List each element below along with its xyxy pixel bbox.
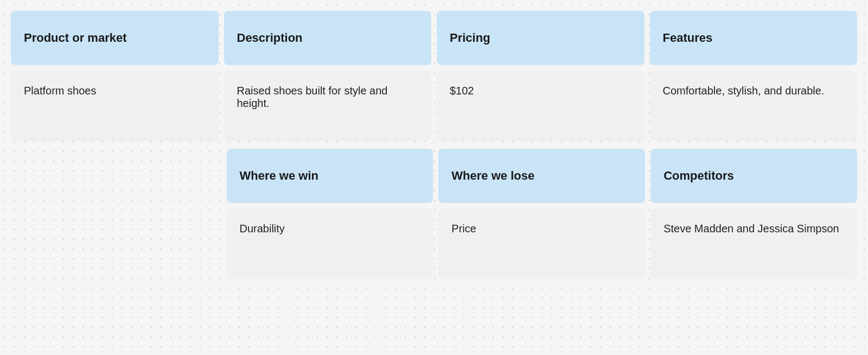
cell-win-text: Durability [240,223,285,235]
cell-lose-text: Price [451,223,476,235]
cell-win: Durability [227,208,433,279]
cell-product-text: Platform shoes [24,85,96,97]
cell-lose: Price [438,208,645,279]
header-product-or-market-label: Product or market [24,31,127,45]
header-description-label: Description [237,31,303,45]
header-competitors-label: Competitors [663,169,734,183]
cell-description-text: Raised shoes built for style and height. [237,85,419,110]
cell-product: Platform shoes [11,71,219,141]
header-where-we-lose: Where we lose [438,149,645,203]
header-where-we-lose-label: Where we lose [451,169,534,183]
header-pricing-label: Pricing [450,31,490,45]
header-product-or-market: Product or market [11,11,219,65]
cell-pricing: $102 [437,71,644,141]
header-where-we-win: Where we win [227,149,433,203]
header-features-label: Features [663,31,713,45]
cell-features: Comfortable, stylish, and durable. [650,71,858,141]
cell-pricing-text: $102 [450,85,474,97]
cell-description: Raised shoes built for style and height. [224,71,432,141]
header-description: Description [224,11,432,65]
cell-competitors: Steve Madden and Jessica Simpson [650,208,857,279]
header-where-we-win-label: Where we win [240,169,318,183]
cell-features-text: Comfortable, stylish, and durable. [663,85,825,97]
empty-header-placeholder [11,149,221,203]
header-competitors: Competitors [650,149,857,203]
empty-data-placeholder [11,208,221,279]
header-features: Features [650,11,858,65]
header-pricing: Pricing [437,11,644,65]
cell-competitors-text: Steve Madden and Jessica Simpson [663,223,839,235]
